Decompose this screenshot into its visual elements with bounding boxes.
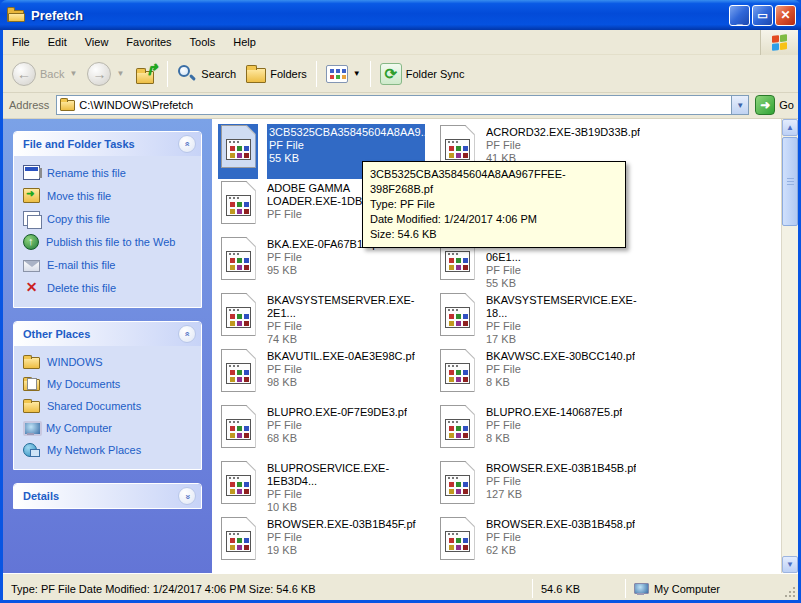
delete-icon: ✕: [23, 280, 40, 295]
scroll-up-button[interactable]: ▲: [782, 119, 798, 136]
resize-grip[interactable]: [784, 577, 798, 600]
place-shared-documents[interactable]: Shared Documents: [23, 399, 196, 413]
task-copy[interactable]: Copy this file: [23, 211, 196, 226]
details-header[interactable]: Details »: [14, 484, 201, 508]
back-button[interactable]: ← Back ▼: [7, 59, 82, 89]
toolbar-separator: [167, 61, 168, 87]
file-text: BROWSER.EXE-03B1B45B.pf PF File 127 KB: [486, 460, 636, 515]
vertical-scrollbar[interactable]: ▲ ▼: [781, 119, 798, 573]
file-tile[interactable]: BKAVSYSTEMSERVICE.EXE-18... PF File 17 K…: [437, 291, 656, 347]
back-dropdown-icon: ▼: [69, 69, 77, 78]
file-tile[interactable]: BROWSER.EXE-03B1B458.pf PF File 62 KB: [437, 515, 656, 571]
file-name: BLUPRO.EXE-0F7E9DE3.pf: [267, 406, 407, 419]
minimize-icon: _: [736, 14, 742, 25]
toolbar-separator: [316, 61, 317, 87]
file-tile[interactable]: BKAVWSC.EXE-30BCC140.pf PF File 8 KB: [437, 347, 656, 403]
up-button[interactable]: ↱: [129, 60, 163, 88]
file-tile[interactable]: BLUPROSERVICE.EXE-1EB3D4... PF File 10 K…: [218, 459, 437, 515]
tooltip-size: Size: 54.6 KB: [370, 227, 618, 242]
other-places-header[interactable]: Other Places »: [14, 322, 201, 346]
folder-sync-button[interactable]: ⟳ Folder Sync: [375, 60, 470, 88]
scrollbar-thumb[interactable]: [782, 137, 798, 226]
menu-file[interactable]: File: [3, 32, 39, 52]
forward-icon: →: [87, 62, 111, 86]
file-tile[interactable]: BLUPRO.EXE-140687E5.pf PF File 8 KB: [437, 403, 656, 459]
file-name: 3CB5325CBA35845604A8AA9...: [269, 126, 425, 139]
address-path[interactable]: C:\WINDOWS\Prefetch: [79, 99, 731, 111]
file-type: PF File: [267, 320, 432, 333]
folders-label: Folders: [270, 68, 307, 80]
address-folder-icon: [60, 100, 75, 111]
task-label: E-mail this file: [47, 259, 115, 271]
file-size: 62 KB: [486, 544, 635, 557]
icon-part: [449, 146, 454, 151]
menu-favorites[interactable]: Favorites: [117, 32, 180, 52]
file-name: BLUPROSERVICE.EXE-1EB3D4...: [267, 462, 432, 488]
file-tasks-header[interactable]: File and Folder Tasks »: [14, 132, 201, 156]
file-tile-partial[interactable]: [218, 571, 437, 573]
file-tile[interactable]: BKAVSYSTEMSERVER.EXE-2E1... PF File 74 K…: [218, 291, 437, 347]
publish-icon: [23, 234, 39, 250]
task-delete[interactable]: ✕ Delete this file: [23, 280, 196, 295]
menu-tools[interactable]: Tools: [181, 32, 225, 52]
task-move[interactable]: Move this file: [23, 188, 196, 203]
forward-button[interactable]: → ▼: [82, 59, 129, 89]
icon-part: [226, 139, 251, 160]
icon-part: [465, 462, 474, 471]
icon-part: [221, 461, 256, 504]
file-size: 95 KB: [267, 264, 381, 277]
other-places-title: Other Places: [23, 328, 90, 340]
titlebar[interactable]: Prefetch _ ▭ ✕: [0, 0, 801, 30]
icon-part: [449, 314, 454, 319]
chevron-up-icon[interactable]: »: [178, 325, 196, 343]
address-dropdown-button[interactable]: ▼: [731, 96, 748, 114]
scrollbar-track[interactable]: [782, 227, 798, 556]
file-type: PF File: [267, 251, 381, 264]
file-tile-partial[interactable]: [437, 571, 656, 573]
task-rename[interactable]: Rename this file: [23, 165, 196, 180]
chevron-up-icon[interactable]: »: [178, 135, 196, 153]
icon-part: [221, 181, 256, 224]
chevron-down-icon: ▼: [786, 560, 794, 569]
icon-part: [230, 370, 235, 375]
file-tile[interactable]: BROWSER.EXE-03B1B45F.pf PF File 19 KB: [218, 515, 437, 571]
icon-part: [221, 237, 256, 280]
scroll-down-button[interactable]: ▼: [782, 556, 798, 573]
menu-help[interactable]: Help: [224, 32, 265, 52]
views-button[interactable]: ▼: [321, 62, 366, 86]
go-button[interactable]: ➜ Go: [755, 95, 794, 115]
chevron-down-icon[interactable]: »: [178, 487, 196, 505]
file-tile[interactable]: BKAVUTIL.EXE-0AE3E98C.pf PF File 98 KB: [218, 347, 437, 403]
icon-part: [230, 426, 235, 431]
file-type: PF File: [486, 419, 622, 432]
address-field[interactable]: C:\WINDOWS\Prefetch ▼: [56, 95, 749, 115]
go-arrow-icon: ➜: [755, 95, 775, 115]
folders-button[interactable]: Folders: [241, 61, 312, 86]
icon-part: [445, 475, 470, 496]
task-email[interactable]: E-mail this file: [23, 258, 196, 272]
tooltip-filename: 3CB5325CBA35845604A8AA967FFEE-398F268B.p…: [370, 167, 618, 197]
place-my-computer[interactable]: My Computer: [23, 421, 196, 435]
close-button[interactable]: ✕: [775, 5, 796, 26]
place-windows[interactable]: WINDOWS: [23, 355, 196, 369]
pf-file-icon: [218, 124, 258, 179]
minimize-button[interactable]: _: [729, 5, 750, 26]
file-type: PF File: [267, 488, 432, 501]
file-tile[interactable]: BROWSER.EXE-03B1B45B.pf PF File 127 KB: [437, 459, 656, 515]
place-my-documents[interactable]: My Documents: [23, 377, 196, 391]
maximize-button[interactable]: ▭: [752, 5, 773, 26]
task-label: Delete this file: [47, 282, 116, 294]
details-title: Details: [23, 490, 59, 502]
search-button[interactable]: Search: [172, 61, 241, 87]
windows-flag-icon: [772, 34, 788, 51]
icon-part: [246, 294, 255, 303]
icon-part: [465, 518, 474, 527]
menu-edit[interactable]: Edit: [39, 32, 76, 52]
icon-part: [230, 258, 235, 263]
icon-part: »: [182, 142, 191, 146]
task-publish[interactable]: Publish this file to the Web: [23, 234, 196, 250]
file-tile[interactable]: BLUPRO.EXE-0F7E9DE3.pf PF File 68 KB: [218, 403, 437, 459]
menu-view[interactable]: View: [76, 32, 118, 52]
icon-part: [449, 538, 454, 543]
place-my-network-places[interactable]: My Network Places: [23, 443, 196, 457]
